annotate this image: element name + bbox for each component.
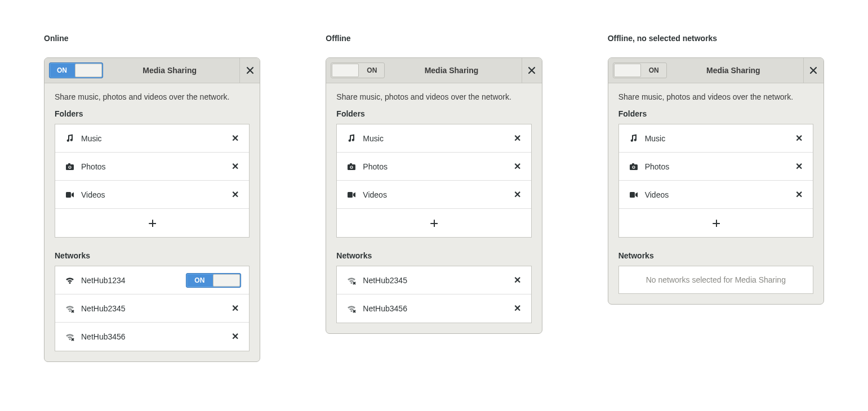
remove-folder-button[interactable]: ✕ — [795, 134, 803, 143]
media-sharing-dialog: ON Media Sharing Share music, photos and… — [326, 57, 542, 334]
network-switch[interactable]: ON — [186, 273, 241, 288]
remove-network-button[interactable]: ✕ — [514, 304, 521, 313]
dialog-title: Media Sharing — [103, 66, 236, 75]
network-name: NetHub3456 — [81, 332, 232, 341]
folders-list: Music ✕ Photos ✕ Videos ✕ — [336, 124, 531, 238]
networks-list: NetHub1234 ON NetHub2345 ✕ NetHub3456 ✕ — [55, 266, 250, 351]
folder-name: Music — [645, 134, 795, 143]
folder-row-music[interactable]: Music ✕ — [55, 124, 249, 153]
network-name: NetHub3456 — [363, 304, 513, 313]
folder-name: Music — [363, 134, 513, 143]
variant-offline-none: Offline, no selected networks ON Media S… — [608, 34, 824, 305]
folders-label: Folders — [618, 109, 813, 118]
networks-label: Networks — [336, 251, 531, 260]
remove-folder-button[interactable]: ✕ — [232, 134, 239, 143]
network-row[interactable]: NetHub1234 ON — [55, 266, 249, 294]
networks-label: Networks — [618, 251, 813, 260]
add-folder-button[interactable] — [619, 209, 813, 237]
close-icon — [527, 66, 536, 75]
media-sharing-dialog: ON Media Sharing Share music, photos and… — [608, 57, 824, 305]
switch-label: ON — [359, 66, 384, 74]
folder-row-videos[interactable]: Videos ✕ — [337, 181, 531, 209]
network-row[interactable]: NetHub2345 ✕ — [55, 294, 249, 323]
add-folder-button[interactable] — [337, 209, 531, 237]
music-icon — [347, 134, 363, 143]
plus-icon — [430, 219, 438, 227]
close-button[interactable] — [239, 58, 260, 83]
no-networks-placeholder: No networks selected for Media Sharing — [618, 266, 813, 294]
folder-name: Photos — [81, 162, 232, 171]
description: Share music, photos and videos over the … — [336, 92, 531, 101]
folder-row-photos[interactable]: Photos ✕ — [337, 153, 531, 181]
headerbar: ON Media Sharing — [326, 58, 541, 83]
close-button[interactable] — [522, 58, 542, 83]
variant-offline: Offline ON Media Sharing Share music, ph… — [326, 34, 542, 334]
music-icon — [629, 134, 645, 143]
caption: Online — [44, 34, 260, 43]
videos-icon — [347, 190, 363, 199]
photos-icon — [347, 162, 363, 171]
headerbar: ON Media Sharing — [44, 58, 260, 83]
switch-label: ON — [186, 276, 212, 284]
remove-folder-button[interactable]: ✕ — [514, 134, 521, 143]
remove-folder-button[interactable]: ✕ — [232, 162, 239, 171]
folders-list: Music ✕ Photos ✕ Videos ✕ — [55, 124, 250, 238]
plus-icon — [148, 219, 156, 227]
folders-label: Folders — [336, 109, 531, 118]
photos-icon — [629, 162, 645, 171]
remove-folder-button[interactable]: ✕ — [514, 190, 521, 199]
switch-knob — [332, 64, 359, 77]
dialog-body: Share music, photos and videos over the … — [608, 83, 824, 304]
remove-folder-button[interactable]: ✕ — [232, 190, 239, 199]
remove-network-button[interactable]: ✕ — [232, 332, 239, 341]
folder-name: Videos — [645, 190, 795, 199]
variant-online: Online ON Media Sharing Share music, pho… — [44, 34, 260, 362]
network-row[interactable]: NetHub3456 ✕ — [337, 294, 531, 323]
folder-row-videos[interactable]: Videos ✕ — [55, 181, 249, 209]
folder-row-photos[interactable]: Photos ✕ — [55, 153, 249, 181]
folders-label: Folders — [55, 109, 250, 118]
network-row[interactable]: NetHub3456 ✕ — [55, 323, 249, 351]
switch-knob — [213, 274, 240, 287]
folder-row-photos[interactable]: Photos ✕ — [619, 153, 813, 181]
description: Share music, photos and videos over the … — [55, 92, 250, 101]
caption: Offline — [326, 34, 542, 43]
wifi-icon — [65, 276, 81, 285]
media-sharing-dialog: ON Media Sharing Share music, photos and… — [44, 57, 260, 362]
add-folder-button[interactable] — [55, 209, 249, 237]
folder-row-music[interactable]: Music ✕ — [337, 124, 531, 153]
plus-icon — [712, 219, 720, 227]
remove-network-button[interactable]: ✕ — [232, 304, 239, 313]
close-button[interactable] — [803, 58, 824, 83]
master-switch[interactable]: ON — [613, 62, 667, 78]
network-row[interactable]: NetHub2345 ✕ — [337, 266, 531, 294]
remove-folder-button[interactable]: ✕ — [795, 162, 803, 171]
videos-icon — [629, 190, 645, 199]
headerbar: ON Media Sharing — [608, 58, 824, 83]
network-name: NetHub2345 — [81, 304, 232, 313]
networks-label: Networks — [55, 251, 250, 260]
remove-folder-button[interactable]: ✕ — [514, 162, 521, 171]
dialog-title: Media Sharing — [667, 66, 800, 75]
folder-row-videos[interactable]: Videos ✕ — [619, 181, 813, 209]
folder-name: Photos — [645, 162, 795, 171]
music-icon — [65, 134, 81, 143]
videos-icon — [65, 190, 81, 199]
switch-knob — [614, 64, 641, 77]
folder-name: Videos — [363, 190, 513, 199]
wifi-off-icon — [347, 304, 363, 313]
remove-folder-button[interactable]: ✕ — [795, 190, 803, 199]
switch-knob — [75, 64, 102, 77]
folder-row-music[interactable]: Music ✕ — [619, 124, 813, 153]
close-icon — [246, 66, 255, 75]
networks-list: NetHub2345 ✕ NetHub3456 ✕ — [336, 266, 531, 323]
folder-name: Music — [81, 134, 232, 143]
wifi-off-icon — [347, 276, 363, 285]
remove-network-button[interactable]: ✕ — [514, 276, 521, 285]
switch-label: ON — [642, 66, 666, 74]
folder-name: Photos — [363, 162, 513, 171]
network-name: NetHub1234 — [81, 276, 186, 285]
caption: Offline, no selected networks — [608, 34, 824, 43]
master-switch[interactable]: ON — [49, 62, 103, 78]
master-switch[interactable]: ON — [331, 62, 385, 78]
